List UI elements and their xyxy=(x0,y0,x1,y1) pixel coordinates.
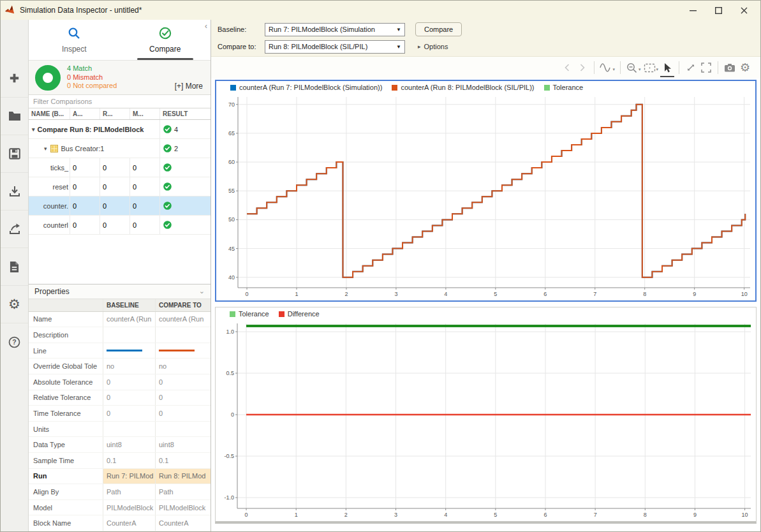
import-icon[interactable] xyxy=(1,172,28,210)
zoom-out-icon[interactable] xyxy=(625,61,639,75)
property-baseline-value[interactable]: counterA (Run xyxy=(103,312,155,327)
property-compare-value[interactable]: PILModelBlock xyxy=(155,500,211,515)
property-compare-value[interactable]: 0 xyxy=(155,374,211,390)
filter-comparisons-input[interactable] xyxy=(29,95,211,108)
tab-compare[interactable]: Compare xyxy=(120,20,211,60)
expander-caret-icon[interactable]: ▾ xyxy=(32,126,35,133)
snapshot-camera-icon[interactable] xyxy=(723,61,737,75)
property-compare-value[interactable]: uint8 xyxy=(155,437,211,452)
svg-text:-1.0: -1.0 xyxy=(224,494,234,501)
comparison-row[interactable]: counterl000 xyxy=(29,216,211,235)
chevron-down-icon[interactable]: ⌄ xyxy=(199,287,205,295)
signal-trace-icon[interactable] xyxy=(599,61,613,75)
property-baseline-value[interactable] xyxy=(103,327,155,343)
property-label: Name xyxy=(29,312,103,327)
chart2-legend: ToleranceDifference xyxy=(216,307,756,320)
property-compare-value[interactable]: Run 8: PILMod xyxy=(155,469,211,484)
legend-item: Tolerance xyxy=(230,310,269,318)
minimize-button[interactable] xyxy=(680,1,706,19)
svg-text:8: 8 xyxy=(643,291,646,297)
property-compare-value[interactable] xyxy=(155,327,211,343)
property-compare-value[interactable]: Path xyxy=(155,484,211,499)
close-button[interactable] xyxy=(731,1,757,19)
baseline-dropdown[interactable]: Run 7: PILModelBlock (Simulation ▼ xyxy=(265,23,405,36)
properties-table: BASELINE COMPARE TO NamecounterA (Runcou… xyxy=(29,299,211,531)
property-baseline-value[interactable]: 0 xyxy=(103,390,155,406)
window-title: Simulation Data Inspector - untitled* xyxy=(20,6,142,15)
rel-tol-value: 0 xyxy=(100,158,129,177)
open-folder-icon[interactable] xyxy=(1,97,28,135)
maximize-button[interactable] xyxy=(706,1,731,19)
property-baseline-value[interactable]: PILModelBlock xyxy=(103,500,155,515)
col-a[interactable]: A... xyxy=(70,108,100,119)
zoom-box-icon[interactable] xyxy=(642,61,656,75)
comparison-row[interactable]: reset000 xyxy=(29,177,211,196)
help-icon[interactable]: ? xyxy=(1,323,28,360)
options-toggle[interactable]: ▸ Options xyxy=(418,43,448,50)
col-m[interactable]: M... xyxy=(129,108,159,119)
property-compare-value[interactable] xyxy=(155,422,211,437)
property-baseline-value[interactable]: 0 xyxy=(103,374,155,390)
previous-view-icon[interactable] xyxy=(560,61,574,75)
compare-to-dropdown[interactable]: Run 8: PILModelBlock (SIL/PIL) ▼ xyxy=(265,40,405,54)
export-icon[interactable] xyxy=(1,210,28,248)
col-name[interactable]: NAME (B... xyxy=(29,108,70,119)
properties-header[interactable]: Properties ⌄ xyxy=(29,284,211,299)
col-result[interactable]: RESULT xyxy=(159,108,211,119)
property-compare-value[interactable]: 0.1 xyxy=(155,453,211,468)
tab-compare-label: Compare xyxy=(149,45,181,54)
compare-button[interactable]: Compare xyxy=(415,22,462,36)
signal-comparison-chart[interactable]: counterA (Run 7: PILModelBlock (Simulati… xyxy=(215,80,757,302)
tab-inspect[interactable]: Inspect xyxy=(29,20,120,60)
property-row: RunRun 7: PILModRun 8: PILMod xyxy=(29,469,211,485)
property-label: Line xyxy=(29,343,103,358)
fullscreen-icon[interactable] xyxy=(699,61,713,75)
property-compare-value[interactable] xyxy=(155,343,211,358)
property-baseline-value[interactable]: uint8 xyxy=(103,437,155,452)
property-label: Time Tolerance xyxy=(29,406,103,421)
property-compare-value[interactable]: no xyxy=(155,358,211,374)
expander-caret-icon[interactable]: ▾ xyxy=(44,145,47,152)
compare-check-icon xyxy=(159,27,172,41)
property-row: ModelPILModelBlockPILModelBlock xyxy=(29,500,211,516)
match-donut xyxy=(35,65,61,91)
comparison-row[interactable]: ▾Compare Run 8: PILModelBlock4 xyxy=(29,120,211,139)
cursor-icon[interactable] xyxy=(660,61,674,75)
property-baseline-value[interactable]: CounterA xyxy=(103,515,155,531)
plot-settings-gear-icon[interactable]: ⚙ xyxy=(738,61,752,75)
next-view-icon[interactable] xyxy=(575,61,589,75)
difference-chart[interactable]: ToleranceDifference 012345678910-1.0-0.5… xyxy=(215,307,757,524)
signal-name: reset xyxy=(29,177,70,196)
collapse-panel-icon[interactable]: ‹ xyxy=(205,22,207,30)
property-row: Absolute Tolerance00 xyxy=(29,374,211,390)
chart1-plot[interactable]: 01234567891040455055606570 xyxy=(216,94,755,300)
preferences-gear-icon[interactable]: ⚙ xyxy=(1,285,28,323)
property-baseline-value[interactable]: no xyxy=(103,358,155,374)
property-baseline-value[interactable]: 0.1 xyxy=(103,453,155,468)
save-icon[interactable] xyxy=(1,135,28,172)
property-compare-value[interactable]: 0 xyxy=(155,406,211,421)
property-baseline-value[interactable]: 0 xyxy=(103,406,155,421)
add-icon[interactable] xyxy=(1,59,28,97)
comparison-row[interactable]: ticks_000 xyxy=(29,158,211,177)
svg-text:45: 45 xyxy=(228,246,235,252)
property-baseline-value[interactable]: Path xyxy=(103,484,155,499)
create-report-icon[interactable] xyxy=(1,248,28,285)
property-compare-value[interactable]: counterA (Run xyxy=(155,312,211,327)
comparison-row[interactable]: counter.000 xyxy=(29,196,211,216)
more-link[interactable]: [+] More xyxy=(175,82,204,94)
property-compare-value[interactable]: CounterA xyxy=(155,515,211,531)
property-row: Line xyxy=(29,343,211,359)
options-label: Options xyxy=(424,43,448,50)
legend-item: Difference xyxy=(279,310,320,318)
fit-to-view-icon[interactable] xyxy=(684,61,698,75)
chart-toolbar: ▾ ▾ ▾ xyxy=(211,57,760,78)
property-baseline-value[interactable] xyxy=(103,422,155,437)
col-r[interactable]: R... xyxy=(100,108,129,119)
chart2-plot[interactable]: 012345678910-1.0-0.500.51.0 xyxy=(216,320,756,521)
property-compare-value[interactable]: 0 xyxy=(155,390,211,406)
comparison-row[interactable]: ▾Bus Creator:12 xyxy=(29,139,211,158)
property-label: Absolute Tolerance xyxy=(29,374,103,390)
property-baseline-value[interactable]: Run 7: PILMod xyxy=(103,469,155,484)
property-baseline-value[interactable] xyxy=(103,343,155,358)
